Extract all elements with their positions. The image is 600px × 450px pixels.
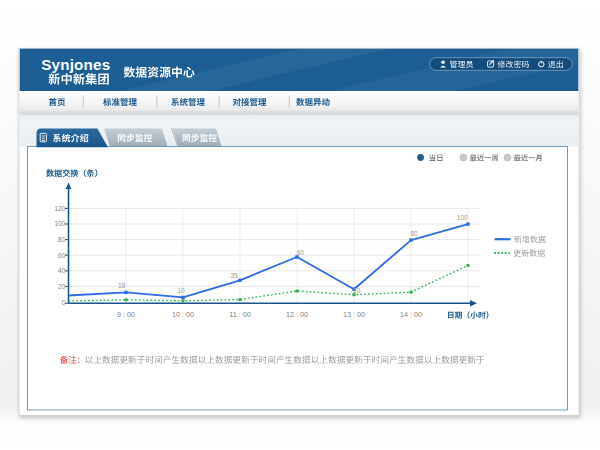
svg-text:9 : 00: 9 : 00 [117, 310, 135, 319]
svg-text:14 : 00: 14 : 00 [400, 310, 422, 319]
svg-text:100: 100 [457, 214, 468, 221]
svg-text:10 : 00: 10 : 00 [172, 310, 194, 319]
svg-text:12 : 00: 12 : 00 [286, 310, 308, 319]
svg-text:10: 10 [177, 287, 185, 294]
svg-text:40: 40 [58, 267, 66, 274]
svg-text:13 : 00: 13 : 00 [343, 310, 365, 319]
svg-text:0: 0 [62, 299, 66, 306]
svg-text:20: 20 [58, 283, 66, 290]
svg-text:80: 80 [58, 236, 66, 243]
svg-text:35: 35 [230, 272, 238, 279]
svg-text:Synjones: Synjones [41, 56, 110, 73]
svg-text:18: 18 [118, 282, 126, 289]
svg-text:60: 60 [58, 252, 66, 259]
svg-text:10: 10 [353, 287, 361, 294]
svg-text:60: 60 [297, 249, 305, 256]
svg-text:11 : 00: 11 : 00 [229, 310, 250, 319]
svg-text:80: 80 [410, 230, 418, 237]
svg-text:120: 120 [55, 205, 66, 212]
svg-text:100: 100 [55, 220, 66, 227]
